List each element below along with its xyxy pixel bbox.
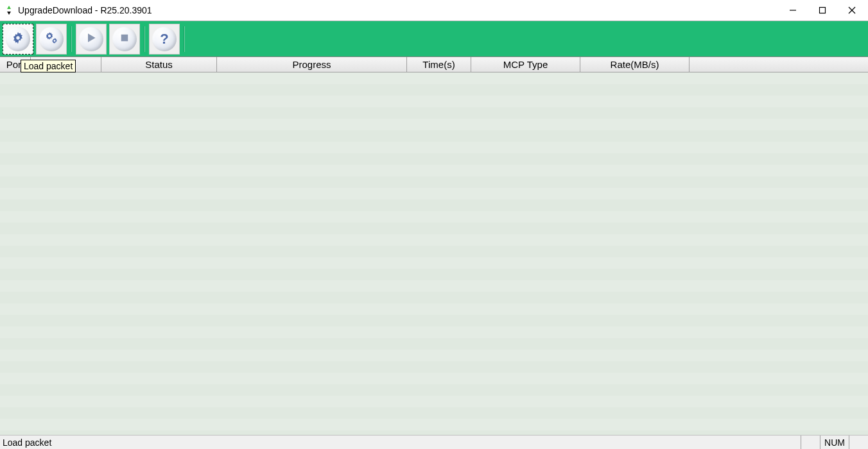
close-button[interactable] <box>837 0 867 21</box>
app-icon <box>4 5 14 15</box>
header-progress[interactable]: Progress <box>217 57 407 72</box>
status-cell-num: NUM <box>820 436 849 449</box>
svg-point-7 <box>54 40 56 42</box>
svg-point-6 <box>48 35 51 37</box>
question-icon: ? <box>160 31 168 47</box>
header-extra[interactable] <box>690 57 868 72</box>
window-controls <box>778 0 867 21</box>
stop-button[interactable] <box>109 24 140 55</box>
toolbar: ? <box>0 21 868 57</box>
table-header: Port Step Status Progress Time(s) MCP Ty… <box>0 57 868 72</box>
svg-rect-1 <box>820 8 826 13</box>
header-status[interactable]: Status <box>101 57 217 72</box>
header-mcp-type[interactable]: MCP Type <box>471 57 580 72</box>
toolbar-divider <box>71 26 72 52</box>
tooltip-load-packet: Load packet <box>21 60 76 72</box>
minimize-button[interactable] <box>778 0 808 21</box>
titlebar: UpgradeDownload - R25.20.3901 <box>0 0 868 21</box>
svg-rect-8 <box>121 35 128 42</box>
status-cell-empty <box>801 436 820 449</box>
table-body[interactable] <box>0 72 868 435</box>
svg-point-5 <box>16 36 20 40</box>
load-packet-button[interactable] <box>3 24 33 55</box>
statusbar: Load packet NUM <box>0 435 868 449</box>
header-rate[interactable]: Rate(MB/s) <box>580 57 690 72</box>
gear-icon <box>11 31 25 47</box>
status-cell-grip <box>849 436 868 449</box>
window-title: UpgradeDownload - R25.20.3901 <box>18 5 152 15</box>
start-button[interactable] <box>76 24 107 55</box>
help-button[interactable]: ? <box>149 24 180 55</box>
status-text: Load packet <box>0 437 54 448</box>
header-time[interactable]: Time(s) <box>407 57 471 72</box>
settings-button[interactable] <box>36 24 67 55</box>
maximize-button[interactable] <box>808 0 837 21</box>
toolbar-divider <box>184 26 185 52</box>
double-gear-icon <box>44 30 59 47</box>
stop-icon <box>119 32 130 46</box>
toolbar-divider <box>144 26 145 52</box>
play-icon <box>85 31 98 46</box>
